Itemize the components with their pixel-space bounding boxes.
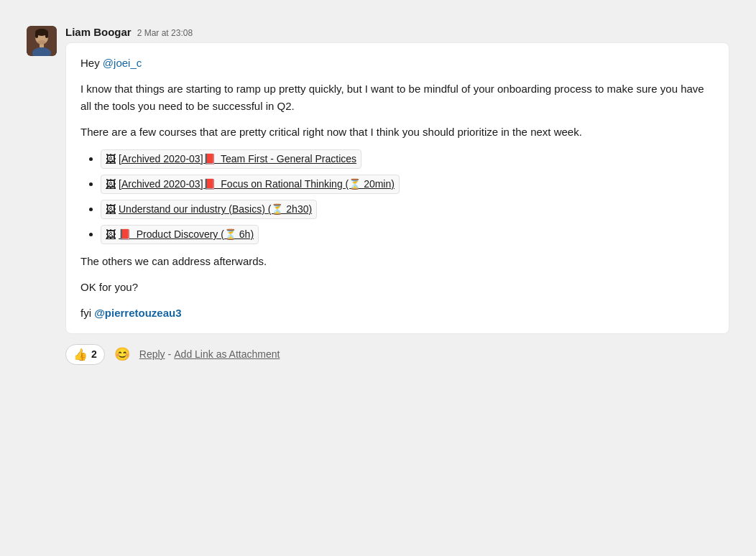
add-link-attachment-link[interactable]: Add Link as Attachment	[174, 348, 280, 360]
course-link-text-2: [Archived 2020-03]📕 Focus on Rational Th…	[119, 177, 395, 192]
body-paragraph-4: OK for you?	[80, 279, 714, 296]
reaction-count: 2	[91, 348, 97, 360]
list-item: 🖼 Understand our industry (Basics) (⏳ 2h…	[101, 200, 714, 219]
svg-rect-3	[35, 32, 38, 38]
message-container: Liam Boogar 2 Mar at 23:08 Hey @joei_c I…	[15, 14, 741, 374]
greeting-text: Hey	[80, 57, 103, 69]
action-separator: -	[168, 348, 172, 360]
list-item: 🖼 📕 Product Discovery (⏳ 6h)	[101, 225, 714, 244]
reply-link[interactable]: Reply	[139, 348, 165, 360]
mention-joei[interactable]: @joei_c	[103, 57, 142, 69]
course-link-text-1: [Archived 2020-03]📕 Team First - General…	[119, 152, 356, 167]
timestamp: 2 Mar at 23:08	[137, 28, 193, 38]
mention-pierre[interactable]: @pierretouzeau3	[94, 307, 181, 319]
avatar	[27, 26, 57, 56]
svg-point-7	[37, 40, 46, 45]
list-item: 🖼 [Archived 2020-03]📕 Focus on Rational …	[101, 175, 714, 194]
thumbsup-emoji: 👍	[73, 348, 88, 361]
svg-rect-4	[45, 32, 48, 38]
course-link-text-4: 📕 Product Discovery (⏳ 6h)	[119, 227, 254, 242]
course-icon-2: 🖼	[106, 177, 116, 192]
message-header: Liam Boogar 2 Mar at 23:08	[65, 26, 729, 38]
course-link-2[interactable]: 🖼 [Archived 2020-03]📕 Focus on Rational …	[101, 175, 400, 194]
body-paragraph-3: The others we can address afterwards.	[80, 253, 714, 270]
message-actions: 👍 2 😊 Reply - Add Link as Attachment	[65, 340, 729, 374]
course-icon-4: 🖼	[106, 227, 116, 242]
author-name: Liam Boogar	[65, 26, 132, 38]
course-link-3[interactable]: 🖼 Understand our industry (Basics) (⏳ 2h…	[101, 200, 317, 219]
message-content: Liam Boogar 2 Mar at 23:08 Hey @joei_c I…	[65, 26, 729, 374]
course-link-1[interactable]: 🖼 [Archived 2020-03]📕 Team First - Gener…	[101, 149, 361, 169]
course-link-text-3: Understand our industry (Basics) (⏳ 2h30…	[119, 202, 312, 217]
fyi-text: fyi	[80, 307, 94, 319]
greeting-paragraph: Hey @joei_c	[80, 55, 714, 72]
course-icon-3: 🖼	[106, 202, 116, 217]
add-reaction-icon: 😊	[114, 346, 130, 362]
thumbsup-reaction-button[interactable]: 👍 2	[65, 344, 105, 365]
action-links: Reply - Add Link as Attachment	[139, 348, 280, 360]
course-link-4[interactable]: 🖼 📕 Product Discovery (⏳ 6h)	[101, 225, 259, 244]
list-item: 🖼 [Archived 2020-03]📕 Team First - Gener…	[101, 149, 714, 169]
fyi-paragraph: fyi @pierretouzeau3	[80, 305, 714, 322]
message-bubble: Hey @joei_c I know that things are start…	[65, 42, 729, 334]
avatar-image	[27, 26, 57, 56]
body-paragraph-1: I know that things are starting to ramp …	[80, 80, 714, 115]
course-list: 🖼 [Archived 2020-03]📕 Team First - Gener…	[80, 149, 714, 244]
course-icon-1: 🖼	[106, 152, 116, 167]
add-reaction-button[interactable]: 😊	[111, 343, 134, 366]
body-paragraph-2: There are a few courses that are pretty …	[80, 124, 714, 141]
